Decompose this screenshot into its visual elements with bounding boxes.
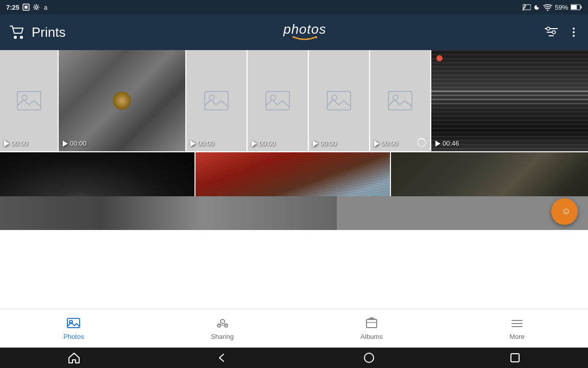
wifi-icon [543,4,552,11]
top-row: 00:00 00:00 00:00 [0,50,588,152]
placeholder-icon-5 [326,90,352,111]
sharing-nav-label: Sharing [211,333,234,340]
grid-cell-6[interactable]: 00:00 [370,50,431,151]
cast-icon [523,4,531,11]
svg-rect-27 [327,91,351,110]
water-image [431,50,588,151]
play-icon-3 [190,141,195,147]
grid-mid-3[interactable]: 00:10 [391,152,588,196]
svg-point-17 [552,31,555,34]
nav-photos[interactable]: Photos [53,313,94,343]
svg-point-30 [393,95,398,100]
svg-rect-40 [370,317,374,318]
albums-nav-icon [364,316,379,331]
battery-percent: 59% [555,4,568,11]
fabric-image [195,152,390,196]
nav-albums[interactable]: Albums [350,313,393,343]
svg-point-6 [547,10,548,11]
svg-point-24 [209,95,214,100]
svg-point-22 [22,95,27,100]
svg-rect-29 [388,91,412,110]
svg-point-16 [547,27,550,30]
svg-rect-21 [17,91,41,110]
status-bar: 7:25 a 59% [0,0,588,14]
svg-rect-1 [24,6,28,9]
play-icon-1 [4,141,9,147]
svg-point-28 [332,95,337,100]
fab-button[interactable]: ☺ [551,198,578,225]
dark-texture-image [391,152,588,196]
duration-2: 00:00 [63,140,87,147]
filter-icon[interactable] [544,26,558,38]
more-nav-icon [510,316,524,331]
dark-blur-image [0,152,194,196]
status-right: 59% [523,4,582,11]
svg-rect-8 [571,5,577,9]
app-bar-left: Prints [8,23,65,41]
app-bar-right [544,26,580,38]
grid-cell-5[interactable]: 00:00 [309,50,370,151]
svg-point-20 [573,35,575,37]
grid-cell-2[interactable]: 00:00 [59,50,186,151]
recents-square-icon[interactable] [509,352,521,363]
duration-3: 00:00 [190,140,214,147]
duration-7: 00:46 [435,140,459,147]
sharing-nav-icon [215,316,230,331]
nav-more[interactable]: More [499,313,535,343]
app-bar: Prints photos [0,14,588,50]
more-nav-label: More [509,333,525,340]
home-icon[interactable] [67,351,81,364]
amazon-smile-icon [292,36,317,42]
svg-text:a: a [44,4,47,11]
duration-5: 00:00 [313,140,337,147]
mid-row: 00:09 00:14 00:10 [0,152,588,196]
back-icon[interactable] [215,351,229,364]
fab-icon: ☺ [558,205,571,218]
svg-point-2 [35,6,38,9]
placeholder-icon-1 [16,90,42,111]
duration-6: 00:00 [374,140,398,147]
moon-icon [533,4,541,11]
bottom-nav: Photos Sharing Albums More [0,309,588,348]
placeholder-icon-6 [387,90,413,111]
svg-rect-9 [581,6,582,9]
svg-point-45 [364,353,374,362]
svg-point-10 [14,36,17,39]
placeholder-icon-4 [265,90,290,111]
grid-mid-1[interactable]: 00:09 [0,152,195,196]
bottom-image [0,196,337,230]
bottom-partial-row[interactable]: ☺ [0,196,588,230]
amazon-icon: a [43,3,51,11]
screw-image [59,50,185,151]
svg-rect-46 [511,354,519,362]
cart-icon[interactable] [8,23,27,41]
albums-nav-label: Albums [360,333,382,340]
system-nav-bar [0,348,588,368]
more-menu-icon[interactable] [568,26,580,38]
grid-cell-4[interactable]: 00:00 [248,50,309,151]
grid-cell-7[interactable]: 00:46 [431,50,588,151]
app-bar-center: photos [283,22,326,42]
photos-nav-label: Photos [63,333,84,340]
svg-rect-23 [205,91,228,110]
photos-nav-icon [66,316,81,331]
recents-circle-icon[interactable] [363,352,375,363]
svg-point-26 [271,95,276,100]
prints-label: Prints [32,25,65,40]
play-icon-5 [313,141,318,147]
svg-point-19 [573,31,575,33]
nav-sharing[interactable]: Sharing [201,313,244,343]
play-icon-4 [252,141,257,147]
grid-cell-1[interactable]: 00:00 [0,50,59,151]
status-time: 7:25 [6,4,19,11]
grid-cell-3[interactable]: 00:00 [186,50,248,151]
svg-rect-25 [266,91,289,110]
photo-grid-area: 00:00 00:00 00:00 [0,50,588,196]
grid-mid-2[interactable]: 00:14 [195,152,391,196]
svg-rect-38 [366,319,377,328]
svg-rect-39 [368,318,375,319]
play-icon-7 [435,141,440,147]
duration-4: 00:00 [252,140,276,147]
svg-text:☺: ☺ [561,206,571,216]
battery-icon [571,4,582,10]
